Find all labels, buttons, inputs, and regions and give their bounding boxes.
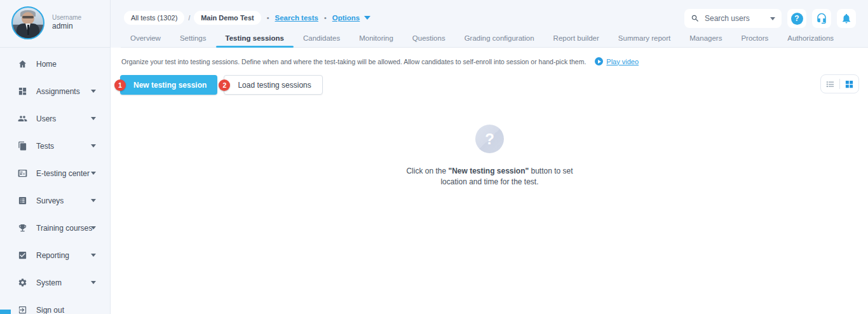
tab-report-builder[interactable]: Report builder (544, 34, 609, 47)
section-description-row: Organize your test into testing sessions… (121, 57, 639, 65)
headset-icon (816, 13, 827, 24)
sidebar-item-assignments[interactable]: Assignments (0, 78, 110, 105)
tab-overview[interactable]: Overview (121, 34, 170, 47)
main-content: Organize your test into testing sessions… (111, 48, 868, 314)
tab-questions[interactable]: Questions (403, 34, 455, 47)
system-icon (18, 278, 27, 287)
tab-summary-report[interactable]: Summary report (609, 34, 680, 47)
breadcrumb-bullet: • (267, 14, 269, 22)
tab-bar: Overview Settings Testing sessions Candi… (121, 34, 868, 48)
empty-state: ? Click on the "New testing session" but… (111, 125, 868, 188)
chevron-down-icon (91, 199, 96, 202)
top-right-controls: ? (684, 9, 856, 28)
surveys-icon (18, 196, 27, 205)
sidebar-item-sign-out[interactable]: Sign out (0, 296, 110, 314)
sidebar-item-system[interactable]: System (0, 269, 110, 296)
new-testing-session-button[interactable]: 1 New testing session (120, 75, 217, 95)
sidebar-item-e-testing-center[interactable]: E-testing center (0, 160, 110, 187)
e-testing-center-icon (18, 168, 27, 178)
search-users-box[interactable] (684, 9, 782, 28)
tab-managers[interactable]: Managers (680, 34, 731, 47)
topbar: All tests (1302) / Main Demo Test • Sear… (111, 0, 868, 48)
empty-text-bold: "New testing session" (448, 167, 529, 175)
sidebar-item-training-courses[interactable]: Training courses (0, 214, 110, 242)
breadcrumb: All tests (1302) / Main Demo Test • Sear… (124, 11, 370, 25)
load-testing-sessions-button[interactable]: 2 Load testing sessions (224, 75, 322, 95)
play-video-link[interactable]: Play video (606, 58, 639, 65)
tab-grading-configuration[interactable]: Grading configuration (455, 34, 544, 47)
chevron-down-icon (91, 90, 96, 93)
help-button[interactable]: ? (787, 9, 806, 28)
sidebar-item-label: System (36, 278, 62, 287)
grid-view-button[interactable] (840, 75, 858, 93)
breadcrumb-current-test[interactable]: Main Demo Test (194, 11, 261, 25)
list-view-button[interactable] (821, 75, 839, 93)
username-label: Username (52, 14, 81, 21)
sidebar-item-label: E-testing center (36, 169, 90, 178)
tab-monitoring[interactable]: Monitoring (349, 34, 403, 47)
breadcrumb-separator: / (188, 15, 190, 22)
load-testing-sessions-label: Load testing sessions (238, 81, 311, 90)
sidebar-item-surveys[interactable]: Surveys (0, 187, 110, 214)
breadcrumb-all-tests[interactable]: All tests (1302) (124, 11, 184, 25)
new-testing-session-label: New testing session (133, 81, 207, 90)
options-caret-icon[interactable] (364, 16, 370, 20)
avatar[interactable] (11, 6, 44, 39)
tab-candidates[interactable]: Candidates (294, 34, 349, 47)
notifications-button[interactable] (837, 9, 856, 28)
step-badge-2: 2 (219, 79, 230, 91)
tests-icon (18, 141, 27, 151)
profile-role: admin (52, 22, 73, 31)
question-mark-icon: ? (475, 125, 504, 153)
empty-text-line2: location and time for the test. (440, 177, 538, 186)
sidebar-item-label: Sign out (36, 306, 64, 314)
empty-text-suffix: button to set (529, 167, 573, 175)
sidebar-item-label: Training courses (36, 224, 92, 233)
cut-off-element (0, 310, 11, 314)
list-view-icon (825, 79, 835, 89)
options-link[interactable]: Options (332, 14, 360, 22)
sidebar-item-label: Home (36, 60, 57, 69)
tab-authorizations[interactable]: Authorizations (778, 34, 843, 47)
sidebar-item-label: Surveys (36, 196, 64, 205)
chevron-down-icon (91, 254, 96, 257)
search-users-input[interactable] (705, 14, 765, 23)
search-icon (691, 14, 700, 23)
step-badge-1: 1 (114, 79, 126, 91)
sidebar-item-tests[interactable]: Tests (0, 132, 110, 160)
sidebar-item-label: Reporting (36, 251, 69, 260)
section-description: Organize your test into testing sessions… (121, 58, 586, 65)
question-icon: ? (791, 13, 803, 25)
play-icon[interactable] (595, 57, 603, 65)
tab-settings[interactable]: Settings (170, 34, 216, 47)
empty-text-prefix: Click on the (406, 167, 448, 175)
bell-icon (841, 13, 852, 24)
breadcrumb-bullet: • (324, 14, 327, 22)
profile-section: Username admin (0, 0, 110, 48)
tab-proctors[interactable]: Proctors (731, 34, 778, 47)
sidebar-item-label: Users (36, 114, 56, 123)
sidebar-item-home[interactable]: Home (0, 50, 110, 78)
view-toggle (820, 74, 859, 93)
users-icon (18, 114, 27, 123)
tab-testing-sessions[interactable]: Testing sessions (216, 34, 294, 47)
sidebar-nav: Home Assignments Users Tests E-testing c… (0, 48, 110, 314)
sidebar: Username admin Home Assignments Users Te… (0, 0, 111, 314)
empty-state-text: Click on the "New testing session" butto… (406, 166, 573, 188)
sign-out-icon (18, 305, 27, 314)
sidebar-item-label: Tests (36, 142, 54, 151)
search-tests-link[interactable]: Search tests (275, 14, 318, 22)
chevron-down-icon (91, 172, 96, 175)
grid-view-icon (844, 79, 854, 89)
sidebar-item-reporting[interactable]: Reporting (0, 242, 110, 269)
training-courses-icon (18, 223, 27, 233)
search-dropdown-caret-icon[interactable] (770, 17, 775, 20)
assignments-icon (18, 86, 27, 96)
support-button[interactable] (812, 9, 831, 28)
chevron-down-icon (91, 281, 96, 284)
sidebar-item-label: Assignments (36, 87, 80, 96)
action-buttons: 1 New testing session 2 Load testing ses… (120, 75, 323, 95)
sidebar-item-users[interactable]: Users (0, 105, 110, 132)
chevron-down-icon (91, 226, 96, 229)
home-icon (18, 59, 27, 69)
